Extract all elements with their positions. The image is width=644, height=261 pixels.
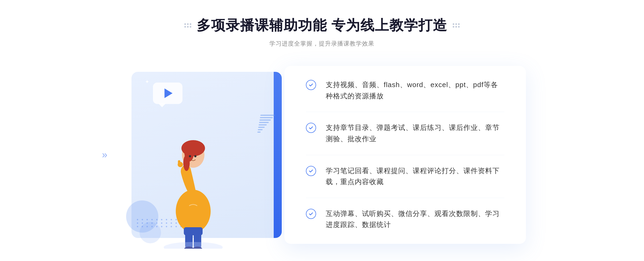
feature-text-1: 支持视频、音频、flash、word、excel、ppt、pdf等各种格式的资源… (326, 79, 504, 102)
left-arrows-decoration: » (102, 149, 107, 161)
title-row: 多项录播课辅助功能 专为线上教学打造 (184, 16, 460, 35)
svg-point-6 (183, 155, 190, 171)
feature-text-4: 互动弹幕、试听购买、微信分享、观看次数限制、学习进度跟踪、数据统计 (326, 208, 504, 230)
svg-rect-2 (178, 160, 180, 166)
header-section: 多项录播课辅助功能 专为线上教学打造 学习进度全掌握，提升录播课教学效果 (184, 16, 460, 48)
svg-rect-11 (184, 227, 203, 235)
illustration-area: » (118, 61, 295, 249)
feature-item-3: 学习笔记回看、课程提问、课程评论打分、课件资料下载，重点内容收藏 (306, 155, 504, 198)
play-icon (164, 88, 173, 98)
blue-bar-decoration (274, 72, 282, 238)
page-wrapper: 多项录播课辅助功能 专为线上教学打造 学习进度全掌握，提升录播课教学效果 » (0, 0, 644, 261)
content-section: » (107, 61, 537, 249)
check-icon-4 (306, 209, 316, 219)
svg-point-7 (189, 155, 191, 157)
right-dots-decoration (453, 23, 460, 28)
page-title: 多项录播课辅助功能 专为线上教学打造 (197, 16, 447, 35)
svg-point-8 (194, 155, 196, 157)
sparkle-decoration: ✦ (145, 79, 149, 85)
check-icon-1 (306, 80, 316, 90)
feature-item-4: 互动弹幕、试听购买、微信分享、观看次数限制、学习进度跟踪、数据统计 (306, 198, 504, 230)
feature-text-3: 学习笔记回看、课程提问、课程评论打分、课件资料下载，重点内容收藏 (326, 165, 504, 188)
check-icon-3 (306, 166, 316, 176)
features-panel: 支持视频、音频、flash、word、excel、ppt、pdf等各种格式的资源… (284, 66, 526, 244)
feature-item-1: 支持视频、音频、flash、word、excel、ppt、pdf等各种格式的资源… (306, 79, 504, 112)
check-icon-2 (306, 123, 316, 133)
person-illustration (140, 99, 247, 249)
page-subtitle: 学习进度全掌握，提升录播课教学效果 (184, 40, 460, 48)
feature-text-2: 支持章节目录、弹题考试、课后练习、课后作业、章节测验、批改作业 (326, 122, 504, 144)
svg-point-14 (164, 242, 223, 249)
left-dots-decoration (184, 23, 191, 28)
feature-item-2: 支持章节目录、弹题考试、课后练习、课后作业、章节测验、批改作业 (306, 112, 504, 155)
